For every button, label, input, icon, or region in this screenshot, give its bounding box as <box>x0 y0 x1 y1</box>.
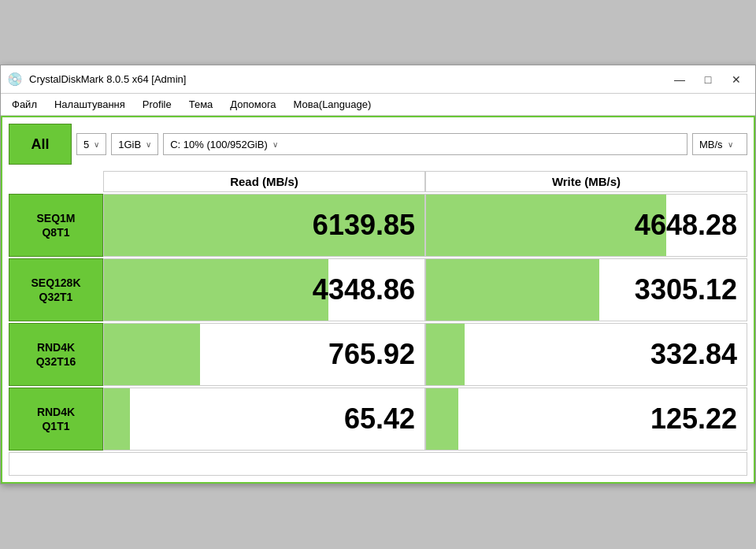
count-value: 5 <box>83 139 89 150</box>
footer-row <box>9 452 747 476</box>
header-label-spacer <box>9 171 103 192</box>
write-cell-2: 332.84 <box>425 323 747 386</box>
read-cell-0: 6139.85 <box>103 194 425 257</box>
header-write: Write (MB/s) <box>425 171 747 192</box>
menu-settings[interactable]: Налаштування <box>46 95 133 113</box>
menu-language[interactable]: Мова(Language) <box>286 95 380 113</box>
table-row: SEQ128KQ32T1 4348.86 3305.12 <box>9 258 747 321</box>
unit-arrow-icon: ∨ <box>728 140 733 149</box>
write-bar-0 <box>426 195 666 256</box>
write-bar-3 <box>426 388 458 450</box>
app-icon: 💿 <box>7 72 23 87</box>
main-content: All 5 ∨ 1GiB ∨ C: 10% (100/952GiB) ∨ MB/… <box>1 116 755 484</box>
header-read: Read (MB/s) <box>103 171 425 192</box>
drive-value: C: 10% (100/952GiB) <box>170 139 268 150</box>
size-dropdown[interactable]: 1GiB ∨ <box>111 133 158 155</box>
menu-help[interactable]: Допомога <box>222 95 284 113</box>
size-value: 1GiB <box>118 139 141 150</box>
count-dropdown[interactable]: 5 ∨ <box>76 133 106 155</box>
close-button[interactable]: ✕ <box>724 72 749 87</box>
window-title: CrystalDiskMark 8.0.5 x64 [Admin] <box>29 73 186 85</box>
title-bar-controls: — □ ✕ <box>667 72 749 87</box>
read-value-3: 65.42 <box>344 402 415 436</box>
maximize-button[interactable]: □ <box>695 72 721 87</box>
menu-file[interactable]: Файл <box>4 95 45 113</box>
write-bar-2 <box>426 324 465 385</box>
write-value-2: 332.84 <box>650 338 737 371</box>
menu-theme[interactable]: Тема <box>181 95 221 113</box>
minimize-button[interactable]: — <box>667 72 692 87</box>
size-arrow-icon: ∨ <box>146 140 151 149</box>
read-value-1: 4348.86 <box>313 273 415 306</box>
data-rows-container: SEQ1MQ8T1 6139.85 4648.28 SEQ128KQ32T1 4… <box>9 194 747 451</box>
title-bar: 💿 CrystalDiskMark 8.0.5 x64 [Admin] — □ … <box>1 65 755 94</box>
read-bar-2 <box>104 324 200 385</box>
table-row: SEQ1MQ8T1 6139.85 4648.28 <box>9 194 747 257</box>
table-row: RND4KQ32T16 765.92 332.84 <box>9 323 747 386</box>
row-label-1: SEQ128KQ32T1 <box>9 258 103 321</box>
drive-arrow-icon: ∨ <box>272 140 278 149</box>
unit-dropdown[interactable]: MB/s ∨ <box>692 133 747 155</box>
app-window: 💿 CrystalDiskMark 8.0.5 x64 [Admin] — □ … <box>0 65 756 484</box>
write-value-0: 4648.28 <box>635 209 737 242</box>
row-label-0: SEQ1MQ8T1 <box>9 194 103 257</box>
menu-bar: Файл Налаштування Profile Тема Допомога … <box>1 94 755 116</box>
count-arrow-icon: ∨ <box>94 140 99 149</box>
read-value-2: 765.92 <box>328 338 415 371</box>
row-label-2: RND4KQ32T16 <box>9 323 103 386</box>
controls-row: All 5 ∨ 1GiB ∨ C: 10% (100/952GiB) ∨ MB/… <box>9 124 747 165</box>
drive-dropdown[interactable]: C: 10% (100/952GiB) ∨ <box>163 133 687 155</box>
write-bar-1 <box>426 259 599 321</box>
menu-profile[interactable]: Profile <box>135 95 180 113</box>
write-value-3: 125.22 <box>650 402 737 436</box>
read-value-0: 6139.85 <box>313 209 415 242</box>
read-cell-3: 65.42 <box>103 388 425 451</box>
write-value-1: 3305.12 <box>635 273 737 306</box>
read-bar-1 <box>104 259 328 321</box>
read-cell-2: 765.92 <box>103 323 425 386</box>
write-cell-0: 4648.28 <box>425 194 747 257</box>
unit-value: MB/s <box>699 139 723 150</box>
read-bar-3 <box>104 388 130 450</box>
header-row: Read (MB/s) Write (MB/s) <box>9 171 747 192</box>
table-row: RND4KQ1T1 65.42 125.22 <box>9 388 747 451</box>
all-button[interactable]: All <box>9 124 72 165</box>
title-bar-left: 💿 CrystalDiskMark 8.0.5 x64 [Admin] <box>7 72 186 87</box>
write-cell-1: 3305.12 <box>425 258 747 321</box>
row-label-3: RND4KQ1T1 <box>9 388 103 451</box>
read-cell-1: 4348.86 <box>103 258 425 321</box>
write-cell-3: 125.22 <box>425 388 747 451</box>
